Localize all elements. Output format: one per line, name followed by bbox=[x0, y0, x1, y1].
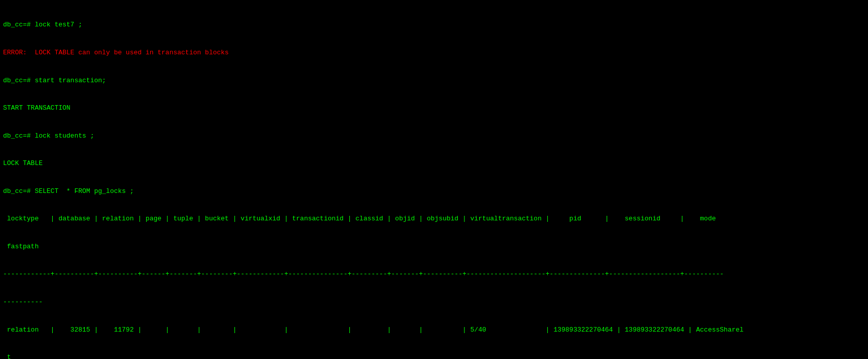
line-7: db_cc=# SELECT * FROM pg_locks ; bbox=[3, 187, 865, 196]
line-2: ERROR: LOCK TABLE can only be used in tr… bbox=[3, 48, 865, 57]
line-4: START TRANSACTION bbox=[3, 104, 865, 113]
line-separator: ------------+----------+----------+-----… bbox=[3, 270, 865, 279]
line-3: db_cc=# start transaction; bbox=[3, 76, 865, 85]
line-6: LOCK TABLE bbox=[3, 159, 865, 168]
line-sep-cont: ---------- bbox=[3, 298, 865, 307]
line-5: db_cc=# lock students ; bbox=[3, 132, 865, 141]
line-row1: relation | 32815 | 11792 | | | | | | | |… bbox=[3, 325, 865, 335]
terminal-window: db_cc=# lock test7 ; ERROR: LOCK TABLE c… bbox=[3, 2, 865, 359]
line-row1b: t bbox=[3, 353, 865, 359]
line-header: locktype | database | relation | page | … bbox=[3, 214, 865, 223]
line-header-cont: fastpath bbox=[3, 242, 865, 251]
line-1: db_cc=# lock test7 ; bbox=[3, 20, 865, 29]
